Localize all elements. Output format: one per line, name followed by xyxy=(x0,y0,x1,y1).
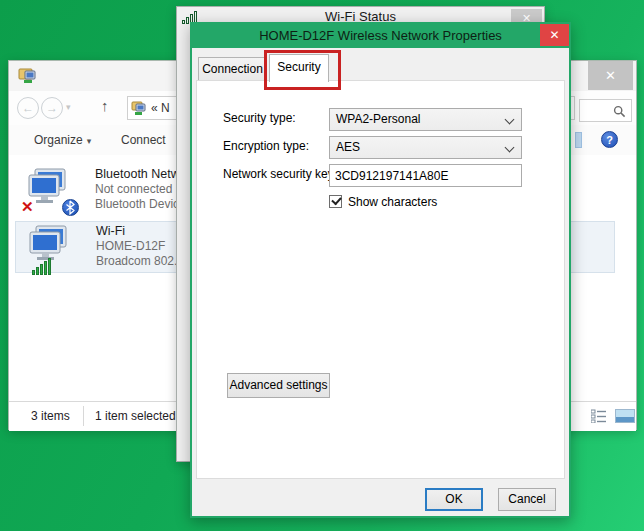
breadcrumb[interactable]: « N xyxy=(151,101,170,115)
toolbar-icon-fragment xyxy=(575,132,582,148)
chevron-down-icon xyxy=(505,143,515,153)
details-view-icon[interactable] xyxy=(591,409,607,426)
connection-name: Wi-Fi xyxy=(96,224,184,239)
search-icon xyxy=(613,104,626,122)
items-count: 3 items xyxy=(31,409,70,423)
dialog-title: HOME-D12F Wireless Network Properties xyxy=(192,28,569,43)
show-characters-checkbox[interactable] xyxy=(329,195,342,208)
wireless-properties-dialog: HOME-D12F Wireless Network Properties ✕ … xyxy=(190,22,571,518)
selected-count: 1 item selected xyxy=(95,409,176,423)
connection-status: Not connected xyxy=(95,182,180,197)
desktop-background: ✕ ← → ▾ ↑ « N xyxy=(0,0,644,531)
ok-button[interactable]: OK xyxy=(425,488,483,511)
help-icon[interactable]: ? xyxy=(601,131,618,148)
tab-connection[interactable]: Connection xyxy=(198,57,267,80)
search-box[interactable] xyxy=(579,99,632,122)
chevron-down-icon: ▾ xyxy=(87,136,92,146)
address-location-icon xyxy=(131,100,147,116)
cancel-button[interactable]: Cancel xyxy=(498,488,556,511)
chevron-down-icon xyxy=(505,115,515,125)
wifi-adapter-icon xyxy=(26,225,82,271)
signal-bars-icon xyxy=(32,258,51,275)
up-icon[interactable]: ↑ xyxy=(101,97,109,114)
security-tab-page: Security type: WPA2-Personal Encryption … xyxy=(196,80,565,479)
encryption-type-label: Encryption type: xyxy=(223,139,309,153)
checkmark-icon xyxy=(331,195,341,206)
bluetooth-adapter-icon: ✕ xyxy=(25,168,81,214)
thumbnail-view-icon[interactable] xyxy=(615,409,635,423)
dialog-titlebar: HOME-D12F Wireless Network Properties ✕ xyxy=(192,24,569,48)
nav-history-caret-icon[interactable]: ▾ xyxy=(66,102,71,112)
organize-menu[interactable]: Organize▾ xyxy=(34,133,91,147)
status-divider xyxy=(83,406,84,426)
connection-name: Bluetooth Netw xyxy=(95,167,180,182)
advanced-settings-button[interactable]: Advanced settings xyxy=(227,373,330,398)
connect-menu[interactable]: Connect xyxy=(121,133,166,147)
search-input[interactable] xyxy=(580,100,612,121)
bluetooth-icon xyxy=(62,199,79,216)
security-type-label: Security type: xyxy=(223,111,296,125)
connection-device: Broadcom 802.1 xyxy=(96,254,184,269)
explorer-close-button[interactable]: ✕ xyxy=(588,61,633,90)
show-characters-label[interactable]: Show characters xyxy=(348,195,437,209)
connection-ssid: HOME-D12F xyxy=(96,239,184,254)
connection-device: Bluetooth Devic xyxy=(95,197,180,212)
forward-icon[interactable]: → xyxy=(41,97,63,119)
back-icon[interactable]: ← xyxy=(17,97,39,119)
dialog-close-button[interactable]: ✕ xyxy=(540,24,569,46)
encryption-type-dropdown[interactable]: AES xyxy=(329,136,522,159)
security-type-dropdown[interactable]: WPA2-Personal xyxy=(329,108,522,131)
disconnected-x-icon: ✕ xyxy=(21,198,34,216)
network-folder-icon xyxy=(18,66,38,90)
network-key-label: Network security key xyxy=(223,167,334,181)
network-key-input[interactable] xyxy=(329,164,522,187)
tab-security[interactable]: Security xyxy=(269,54,329,82)
